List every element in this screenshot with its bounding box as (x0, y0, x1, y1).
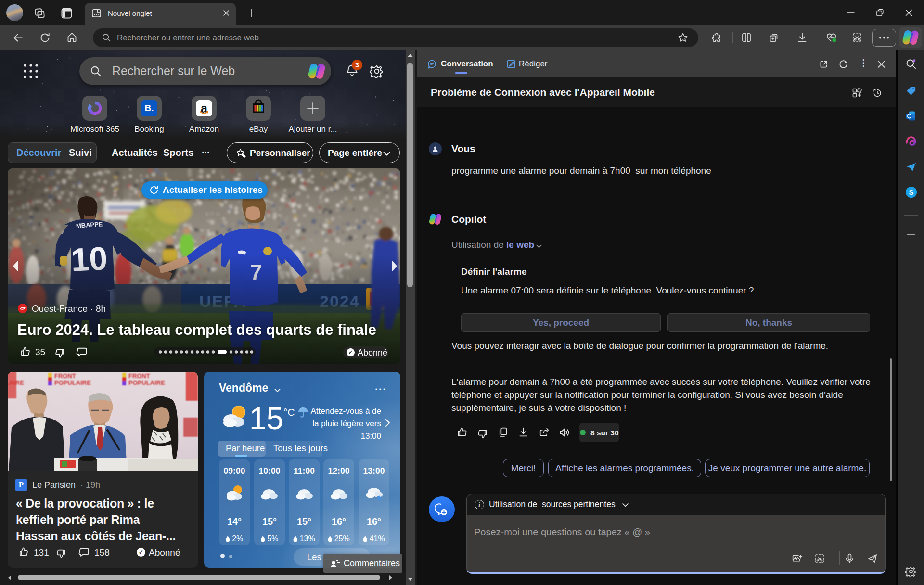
svg-text:FRONT: FRONT (54, 372, 76, 380)
svg-text:POPULAIRE: POPULAIRE (128, 379, 165, 386)
svg-text:POPULAIRE: POPULAIRE (54, 379, 91, 386)
svg-text:FRONT: FRONT (128, 372, 150, 380)
